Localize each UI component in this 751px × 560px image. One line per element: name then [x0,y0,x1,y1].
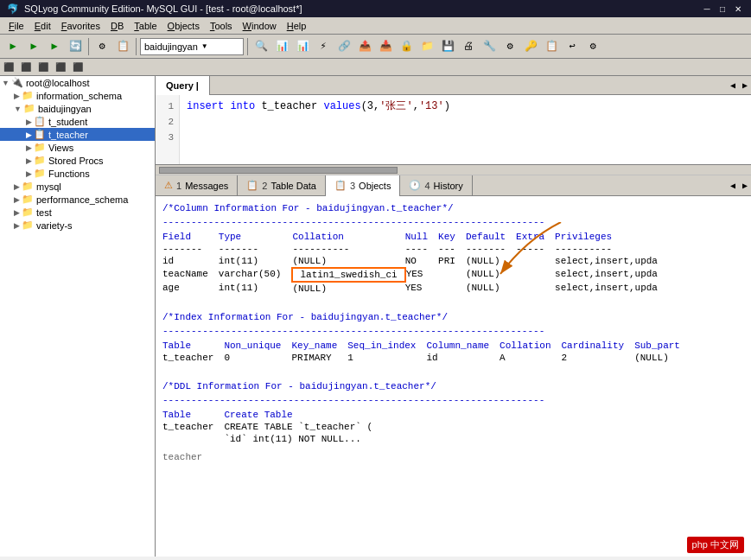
toolbar-btn16[interactable]: 🖨 [459,37,478,56]
toolbar-btn22[interactable]: ⚙ [583,37,602,56]
results-tab-messages[interactable]: ⚠ 1 Messages [156,175,238,196]
th-key: Key [438,231,466,243]
main-layout: ▼ 🔌 root@localhost ▶ 📁 information_schem… [0,76,751,557]
secondary-toolbar: ⬛ ⬛ ⬛ ⬛ ⬛ [0,59,751,76]
query-tab-1-label: Query | [166,80,199,91]
toolbar-btn5[interactable]: 📋 [113,37,132,56]
toolbar-btn6[interactable]: 🔍 [251,37,270,56]
watermark: php 中文网 [687,537,744,553]
menu-objects[interactable]: Objects [162,19,205,33]
sidebar-item-baidujingyan[interactable]: ▼ 📁 baidujingyan [0,102,155,115]
menu-edit[interactable]: Edit [29,19,56,33]
code-content[interactable]: insert into t_teacher values(3,'张三','13'… [180,95,751,164]
toolbar-btn21[interactable]: ↩ [563,37,582,56]
extra-id [516,255,555,268]
menu-file[interactable]: File [3,19,29,33]
toolbar-btn18[interactable]: ⚙ [500,37,519,56]
sidebar-item-stored-procs[interactable]: ▶ 📁 Stored Procs [0,154,155,167]
sidebar-item-root[interactable]: ▼ 🔌 root@localhost [0,76,155,89]
sidebar-item-test[interactable]: ▶ 📁 test [0,206,155,219]
results-right-arrow[interactable]: ▶ [739,179,751,193]
sidebar-item-functions[interactable]: ▶ 📁 Functions [0,167,155,180]
expand-baidu-icon: ▼ [14,105,22,113]
column-info-comment: /*Column Information For - baidujingyan.… [162,203,744,213]
toolbar-btn14[interactable]: 📁 [417,37,436,56]
key-id: PRI [438,255,466,268]
th-default: Default [466,231,516,243]
toolbar-btn20[interactable]: 📋 [542,37,561,56]
sidebar-item-information-schema[interactable]: ▶ 📁 information_schema [0,89,155,102]
menu-table[interactable]: Table [129,19,162,33]
mysql-icon: 📁 [22,181,34,192]
menu-help[interactable]: Help [282,19,312,33]
toolbar-btn8[interactable]: 📊 [293,37,312,56]
sidebar-item-mysql[interactable]: ▶ 📁 mysql [0,180,155,193]
results-tab-objects[interactable]: 📋 3 Objects [326,175,400,196]
sidebar-item-t-teacher[interactable]: ▶ 📋 t_teacher [0,128,155,141]
tb2-icon3: ⬛ [38,62,48,73]
sep1 [88,38,89,55]
sidebar: ▼ 🔌 root@localhost ▶ 📁 information_schem… [0,76,156,557]
idx-cardinality: 2 [562,352,635,364]
menu-db[interactable]: DB [105,19,129,33]
tstudent-label: t_student [48,117,87,127]
query-scrollbar[interactable] [156,164,751,175]
scrollbar-thumb[interactable] [159,167,398,174]
query-tab-1[interactable]: Query | [156,76,210,95]
objects-tab-num: 3 [350,181,355,191]
expand-mysql-icon: ▶ [14,182,20,191]
menu-favorites[interactable]: Favorites [56,19,105,33]
th-null: Null [405,231,438,243]
menu-tools[interactable]: Tools [205,19,238,33]
tab-right-arrow[interactable]: ▶ [739,79,751,92]
stored-procs-label: Stored Procs [48,156,104,166]
toolbar-btn13[interactable]: 🔒 [397,37,416,56]
database-dropdown[interactable]: baidujingyan ▼ [140,38,244,55]
toolbar-btn11[interactable]: 📤 [355,37,374,56]
results-left-arrow[interactable]: ◀ [727,179,739,193]
functions-icon: 📁 [34,168,46,179]
sidebar-item-variety[interactable]: ▶ 📁 variety-s [0,219,155,232]
variety-label: variety-s [36,220,73,231]
toolbar-btn3[interactable]: 🔄 [66,37,85,56]
maximize-button[interactable]: □ [716,3,729,15]
tab-left-arrow[interactable]: ◀ [727,79,739,92]
results-tab-bar: ⚠ 1 Messages 📋 2 Table Data 📋 3 Objects … [156,175,751,196]
results-tab-table-data[interactable]: 📋 2 Table Data [238,175,326,196]
toolbar-btn19[interactable]: 🔑 [521,37,540,56]
stop-btn[interactable]: ▶ [45,37,64,56]
new-connection-btn[interactable]: ▶ [3,37,22,56]
window-controls[interactable]: ─ □ ✕ [701,3,744,15]
idx-colname: id [426,352,500,364]
content-area: Query | ◀ ▶ 1 2 3 insert into t_teacher … [156,76,751,557]
results-panel: ⚠ 1 Messages 📋 2 Table Data 📋 3 Objects … [156,175,751,557]
idx-th-table: Table [162,340,224,352]
app-icon: 🐬 [7,3,19,15]
toolbar-btn12[interactable]: 📥 [376,37,395,56]
sidebar-item-t-student[interactable]: ▶ 📋 t_student [0,115,155,128]
toolbar-btn4[interactable]: ⚙ [92,37,111,56]
toolbar-btn9[interactable]: ⚡ [314,37,333,56]
expand-tteacher-icon: ▶ [26,130,32,139]
sidebar-item-views[interactable]: ▶ 📁 Views [0,141,155,154]
idx-th-seqindex: Seq_in_index [347,340,426,352]
teacher-label: teacher [162,452,744,462]
sidebar-item-performance-schema[interactable]: ▶ 📁 performance_schema [0,193,155,206]
toolbar-btn7[interactable]: 📊 [272,37,291,56]
minimize-button[interactable]: ─ [701,3,713,15]
menu-window[interactable]: Window [238,19,282,33]
execute-btn[interactable]: ▶ [24,37,43,56]
idx-th-nonunique: Non_unique [224,340,291,352]
toolbar-btn15[interactable]: 💾 [438,37,457,56]
results-tab-history[interactable]: 🕐 4 History [400,175,472,196]
index-info-table: Table Non_unique Key_name Seq_in_index C… [162,340,691,364]
idx-th-cardinality: Cardinality [562,340,635,352]
table-row: age int(11) (NULL) YES (NULL) select,ins… [162,282,668,295]
column-info-divider: ----------------------------------------… [162,217,744,227]
close-button[interactable]: ✕ [732,3,744,15]
toolbar-btn17[interactable]: 🔧 [480,37,499,56]
toolbar-btn10[interactable]: 🔗 [334,37,353,56]
column-header-row: Field Type Collation Null Key Default Ex… [162,231,668,243]
query-editor[interactable]: 1 2 3 insert into t_teacher values(3,'张三… [156,95,751,164]
ddl-table-name: t_teacher [162,421,224,433]
